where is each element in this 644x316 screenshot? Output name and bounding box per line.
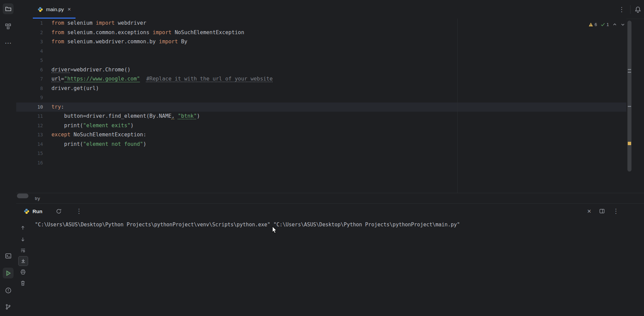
scrollbar-warning-mark[interactable] bbox=[628, 142, 631, 145]
code-lines: 1from selenium import webdriver2from sel… bbox=[16, 19, 626, 167]
code-line[interactable]: 15 bbox=[16, 149, 626, 158]
code-line[interactable]: 3from selenium.webdriver.common.by impor… bbox=[16, 37, 626, 47]
line-number[interactable]: 10 bbox=[16, 103, 43, 112]
code-line[interactable]: 5 bbox=[16, 56, 626, 65]
code-text: except NoSuchElementException: bbox=[43, 130, 146, 140]
typos-count[interactable]: 1 bbox=[601, 22, 609, 27]
folder-icon bbox=[5, 6, 12, 12]
rerun-icon[interactable] bbox=[56, 208, 62, 214]
code-line[interactable]: 12 print("element exits") bbox=[16, 121, 626, 131]
tab-bar: main.py × ⋮ bbox=[16, 0, 644, 19]
scrollbar-mark[interactable] bbox=[628, 69, 631, 70]
code-line[interactable]: 16 bbox=[16, 158, 626, 168]
soft-wrap-button[interactable] bbox=[16, 246, 29, 255]
close-icon[interactable]: × bbox=[587, 208, 591, 215]
code-line[interactable]: 8driver.get(url) bbox=[16, 84, 626, 93]
prev-problem-chevron-up-icon[interactable] bbox=[613, 22, 617, 27]
code-line[interactable]: 1from selenium import webdriver bbox=[16, 19, 626, 28]
warnings-count[interactable]: 6 bbox=[588, 22, 597, 27]
git-branch-icon bbox=[5, 304, 11, 310]
scrollbar-mark[interactable] bbox=[628, 106, 631, 107]
console-output-line: "C:\Users\ASUS\Desktop\Python Projects\p… bbox=[35, 222, 460, 228]
divider bbox=[630, 5, 630, 14]
clear-console-button[interactable] bbox=[16, 279, 29, 288]
version-control-button[interactable] bbox=[3, 301, 14, 312]
scrollbar-thumb[interactable] bbox=[627, 21, 631, 172]
code-text bbox=[43, 93, 51, 103]
code-text: print("element not found") bbox=[43, 140, 146, 149]
close-tab-icon[interactable]: × bbox=[68, 6, 71, 12]
scrollbar-mark[interactable] bbox=[628, 72, 631, 73]
run-icon bbox=[5, 270, 12, 276]
line-number[interactable]: 3 bbox=[16, 37, 43, 47]
terminal-button[interactable] bbox=[3, 250, 14, 261]
tab-title: main.py bbox=[46, 6, 64, 12]
code-text: url="https://www.google.com" #Replace it… bbox=[43, 74, 273, 84]
breadcrumbs-bar: try bbox=[16, 193, 644, 204]
code-text: print("element exits") bbox=[43, 121, 134, 131]
scroll-to-end-button[interactable] bbox=[18, 256, 28, 266]
code-line[interactable]: 6driver=webdriver.Chrome() bbox=[16, 65, 626, 75]
python-icon bbox=[24, 208, 29, 214]
tab-main-py[interactable]: main.py × bbox=[33, 0, 76, 19]
breadcrumb-item[interactable]: try bbox=[35, 196, 40, 201]
code-text bbox=[43, 47, 51, 56]
line-number[interactable]: 1 bbox=[16, 19, 43, 28]
code-line[interactable]: 10try: bbox=[16, 103, 626, 112]
code-line[interactable]: 13except NoSuchElementException: bbox=[16, 130, 626, 140]
run-tab-title[interactable]: Run bbox=[33, 208, 42, 214]
line-number[interactable]: 9 bbox=[16, 93, 43, 103]
more-vertical-icon[interactable]: ⋮ bbox=[619, 6, 625, 13]
warnings-number: 6 bbox=[595, 22, 597, 27]
code-text: from selenium import webdriver bbox=[43, 19, 146, 28]
scroll-down-button[interactable] bbox=[16, 235, 29, 244]
code-text: try: bbox=[43, 103, 64, 112]
line-number[interactable]: 16 bbox=[16, 158, 43, 168]
warning-icon bbox=[588, 22, 593, 27]
hard-wrap-guide bbox=[457, 19, 458, 193]
layout-settings-icon[interactable] bbox=[599, 208, 605, 214]
run-tool-window-button[interactable] bbox=[3, 268, 14, 278]
code-line[interactable]: 4 bbox=[16, 47, 626, 56]
run-console[interactable]: "C:\Users\ASUS\Desktop\Python Projects\p… bbox=[29, 218, 644, 316]
line-number[interactable]: 13 bbox=[16, 130, 43, 140]
line-number[interactable]: 12 bbox=[16, 121, 43, 131]
line-number[interactable]: 2 bbox=[16, 28, 43, 38]
notifications-bell-icon[interactable] bbox=[635, 6, 641, 13]
code-text: driver.get(url) bbox=[43, 84, 99, 93]
panel-more-vertical-icon[interactable]: ⋮ bbox=[613, 207, 619, 215]
code-line[interactable]: 11 button=driver.find_element(By.NAME, "… bbox=[16, 112, 626, 121]
code-text: button=driver.find_element(By.NAME, "btn… bbox=[43, 112, 200, 121]
code-line[interactable]: 9 bbox=[16, 93, 626, 103]
structure-button[interactable] bbox=[3, 21, 14, 32]
line-number[interactable]: 5 bbox=[16, 56, 43, 65]
editor-scrollbar[interactable] bbox=[626, 19, 632, 193]
line-number[interactable]: 7 bbox=[16, 74, 43, 84]
line-number[interactable]: 6 bbox=[16, 65, 43, 75]
more-tool-windows-button[interactable]: ⋯ bbox=[3, 38, 14, 48]
line-number[interactable]: 4 bbox=[16, 47, 43, 56]
code-line[interactable]: 14 print("element not found") bbox=[16, 140, 626, 149]
code-line[interactable]: 2from selenium.common.exceptions import … bbox=[16, 28, 626, 38]
code-line[interactable]: 7url="https://www.google.com" #Replace i… bbox=[16, 74, 626, 84]
terminal-icon bbox=[5, 253, 12, 259]
code-text bbox=[43, 158, 51, 168]
line-number[interactable]: 11 bbox=[16, 112, 43, 121]
inspections-widget[interactable]: 6 1 bbox=[588, 21, 625, 28]
problems-icon bbox=[5, 287, 12, 294]
line-number[interactable]: 15 bbox=[16, 149, 43, 158]
code-text: driver=webdriver.Chrome() bbox=[43, 65, 130, 75]
typos-number: 1 bbox=[606, 22, 609, 27]
line-number[interactable]: 8 bbox=[16, 84, 43, 93]
run-more-vertical-icon[interactable]: ⋮ bbox=[76, 207, 82, 215]
structure-icon bbox=[5, 23, 11, 29]
code-editor[interactable]: 1from selenium import webdriver2from sel… bbox=[16, 19, 626, 193]
code-text: from selenium.webdriver.common.by import… bbox=[43, 37, 187, 47]
print-button[interactable] bbox=[16, 268, 29, 276]
next-problem-chevron-down-icon[interactable] bbox=[621, 22, 625, 27]
scroll-up-button[interactable] bbox=[16, 223, 29, 232]
project-folder-button[interactable] bbox=[3, 3, 14, 14]
check-icon bbox=[601, 22, 605, 27]
line-number[interactable]: 14 bbox=[16, 140, 43, 149]
problems-button[interactable] bbox=[3, 285, 14, 296]
